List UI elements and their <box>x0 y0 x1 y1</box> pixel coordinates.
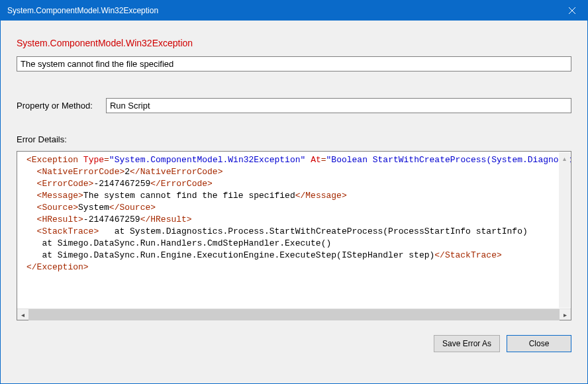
save-error-as-button[interactable]: Save Error As <box>434 335 500 352</box>
exception-heading: System.ComponentModel.Win32Exception <box>17 38 571 48</box>
scroll-left-arrow[interactable]: ◂ <box>17 309 28 320</box>
horizontal-scrollbar[interactable]: ◂ ▸ <box>17 309 571 320</box>
vertical-scrollbar[interactable]: ▴ <box>559 152 570 308</box>
error-message-box: The system cannot find the file specifie… <box>17 56 571 72</box>
window-title: System.ComponentModel.Win32Exception <box>7 6 158 15</box>
error-details-text[interactable]: <Exception Type="System.ComponentModel.W… <box>17 152 571 309</box>
close-icon <box>569 7 575 14</box>
error-details-panel: <Exception Type="System.ComponentModel.W… <box>17 151 571 320</box>
property-value: Run Script <box>106 98 571 113</box>
error-details-label: Error Details: <box>17 134 571 144</box>
scroll-track[interactable] <box>28 309 560 320</box>
close-button[interactable]: Close <box>507 335 571 352</box>
button-row: Save Error As Close <box>17 335 571 352</box>
scroll-right-arrow[interactable]: ▸ <box>560 309 571 320</box>
property-label: Property or Method: <box>17 101 93 111</box>
dialog-content: System.ComponentModel.Win32Exception The… <box>1 21 587 364</box>
scroll-thumb[interactable] <box>28 309 560 320</box>
close-window-button[interactable] <box>557 1 587 21</box>
titlebar: System.ComponentModel.Win32Exception <box>1 1 587 21</box>
property-row: Property or Method: Run Script <box>17 98 571 113</box>
